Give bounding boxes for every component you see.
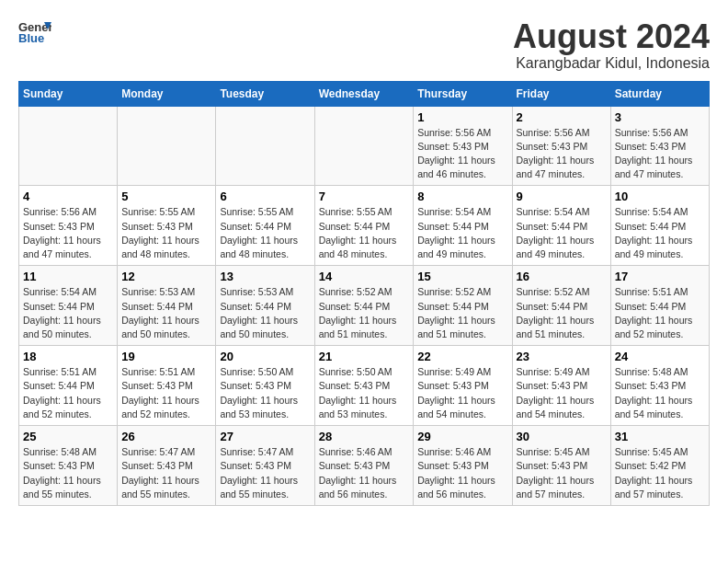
title-block: August 2024 Karangbadar Kidul, Indonesia [513, 18, 710, 72]
day-info: Sunrise: 5:56 AMSunset: 5:43 PMDaylight:… [417, 126, 507, 182]
calendar-cell: 11Sunrise: 5:54 AMSunset: 5:44 PMDayligh… [19, 266, 118, 346]
calendar-cell: 6Sunrise: 5:55 AMSunset: 5:44 PMDaylight… [216, 186, 314, 266]
calendar-cell: 4Sunrise: 5:56 AMSunset: 5:43 PMDaylight… [19, 186, 118, 266]
calendar-cell [216, 106, 314, 186]
day-info: Sunrise: 5:56 AMSunset: 5:43 PMDaylight:… [615, 126, 705, 182]
day-number: 16 [517, 270, 607, 283]
calendar-cell: 17Sunrise: 5:51 AMSunset: 5:44 PMDayligh… [610, 266, 709, 346]
day-number: 29 [417, 430, 507, 443]
calendar-cell: 19Sunrise: 5:51 AMSunset: 5:43 PMDayligh… [118, 346, 216, 426]
calendar-cell: 2Sunrise: 5:56 AMSunset: 5:43 PMDaylight… [512, 106, 610, 186]
calendar-cell: 29Sunrise: 5:46 AMSunset: 5:43 PMDayligh… [414, 426, 512, 506]
weekday-header-thursday: Thursday [414, 81, 512, 106]
day-number: 21 [319, 350, 410, 363]
day-number: 15 [417, 270, 507, 283]
calendar-cell: 18Sunrise: 5:51 AMSunset: 5:44 PMDayligh… [19, 346, 118, 426]
calendar-week-row: 11Sunrise: 5:54 AMSunset: 5:44 PMDayligh… [19, 266, 710, 346]
weekday-header-saturday: Saturday [610, 81, 709, 106]
calendar-table: SundayMondayTuesdayWednesdayThursdayFrid… [18, 81, 710, 506]
day-number: 19 [121, 350, 211, 363]
calendar-cell: 28Sunrise: 5:46 AMSunset: 5:43 PMDayligh… [314, 426, 414, 506]
calendar-cell: 15Sunrise: 5:52 AMSunset: 5:44 PMDayligh… [414, 266, 512, 346]
calendar-cell: 13Sunrise: 5:53 AMSunset: 5:44 PMDayligh… [216, 266, 314, 346]
day-info: Sunrise: 5:46 AMSunset: 5:43 PMDaylight:… [417, 445, 507, 501]
weekday-header-friday: Friday [512, 81, 610, 106]
day-info: Sunrise: 5:54 AMSunset: 5:44 PMDaylight:… [23, 285, 113, 341]
day-info: Sunrise: 5:47 AMSunset: 5:43 PMDaylight:… [220, 445, 310, 501]
calendar-body: 1Sunrise: 5:56 AMSunset: 5:43 PMDaylight… [19, 106, 710, 505]
calendar-week-row: 1Sunrise: 5:56 AMSunset: 5:43 PMDaylight… [19, 106, 710, 186]
logo-icon: General Blue [18, 18, 51, 44]
logo: General Blue [18, 18, 51, 44]
calendar-cell [19, 106, 118, 186]
day-number: 4 [23, 190, 113, 203]
calendar-cell: 16Sunrise: 5:52 AMSunset: 5:44 PMDayligh… [512, 266, 610, 346]
day-info: Sunrise: 5:49 AMSunset: 5:43 PMDaylight:… [517, 365, 607, 421]
day-info: Sunrise: 5:56 AMSunset: 5:43 PMDaylight:… [517, 126, 607, 182]
day-info: Sunrise: 5:53 AMSunset: 5:44 PMDaylight:… [121, 285, 211, 341]
calendar-week-row: 4Sunrise: 5:56 AMSunset: 5:43 PMDaylight… [19, 186, 710, 266]
day-info: Sunrise: 5:54 AMSunset: 5:44 PMDaylight:… [615, 205, 705, 261]
day-info: Sunrise: 5:51 AMSunset: 5:44 PMDaylight:… [23, 365, 113, 421]
day-info: Sunrise: 5:50 AMSunset: 5:43 PMDaylight:… [319, 365, 410, 421]
day-info: Sunrise: 5:51 AMSunset: 5:43 PMDaylight:… [121, 365, 211, 421]
calendar-title: August 2024 [513, 18, 710, 55]
calendar-cell: 9Sunrise: 5:54 AMSunset: 5:44 PMDaylight… [512, 186, 610, 266]
day-info: Sunrise: 5:45 AMSunset: 5:43 PMDaylight:… [517, 445, 607, 501]
calendar-week-row: 25Sunrise: 5:48 AMSunset: 5:43 PMDayligh… [19, 426, 710, 506]
page-header: General Blue August 2024 Karangbadar Kid… [18, 18, 710, 72]
day-number: 28 [319, 430, 410, 443]
day-number: 10 [615, 190, 705, 203]
calendar-cell [314, 106, 414, 186]
day-number: 8 [417, 190, 507, 203]
day-number: 26 [121, 430, 211, 443]
day-info: Sunrise: 5:55 AMSunset: 5:43 PMDaylight:… [121, 205, 211, 261]
day-number: 17 [615, 270, 705, 283]
day-info: Sunrise: 5:46 AMSunset: 5:43 PMDaylight:… [319, 445, 410, 501]
calendar-cell: 26Sunrise: 5:47 AMSunset: 5:43 PMDayligh… [118, 426, 216, 506]
day-info: Sunrise: 5:47 AMSunset: 5:43 PMDaylight:… [121, 445, 211, 501]
day-info: Sunrise: 5:52 AMSunset: 5:44 PMDaylight:… [319, 285, 410, 341]
calendar-cell [118, 106, 216, 186]
day-number: 14 [319, 270, 410, 283]
calendar-cell: 10Sunrise: 5:54 AMSunset: 5:44 PMDayligh… [610, 186, 709, 266]
day-number: 2 [517, 110, 607, 124]
calendar-cell: 14Sunrise: 5:52 AMSunset: 5:44 PMDayligh… [314, 266, 414, 346]
svg-text:Blue: Blue [18, 31, 44, 44]
day-number: 3 [615, 110, 705, 124]
calendar-cell: 24Sunrise: 5:48 AMSunset: 5:43 PMDayligh… [610, 346, 709, 426]
calendar-cell: 25Sunrise: 5:48 AMSunset: 5:43 PMDayligh… [19, 426, 118, 506]
day-info: Sunrise: 5:53 AMSunset: 5:44 PMDaylight:… [220, 285, 310, 341]
day-number: 6 [220, 190, 310, 203]
day-info: Sunrise: 5:50 AMSunset: 5:43 PMDaylight:… [220, 365, 310, 421]
day-info: Sunrise: 5:55 AMSunset: 5:44 PMDaylight:… [319, 205, 410, 261]
day-number: 23 [517, 350, 607, 363]
day-number: 20 [220, 350, 310, 363]
day-info: Sunrise: 5:52 AMSunset: 5:44 PMDaylight:… [417, 285, 507, 341]
calendar-cell: 31Sunrise: 5:45 AMSunset: 5:42 PMDayligh… [610, 426, 709, 506]
day-info: Sunrise: 5:48 AMSunset: 5:43 PMDaylight:… [615, 365, 705, 421]
day-info: Sunrise: 5:49 AMSunset: 5:43 PMDaylight:… [417, 365, 507, 421]
calendar-subtitle: Karangbadar Kidul, Indonesia [513, 55, 710, 72]
day-number: 1 [417, 110, 507, 124]
calendar-cell: 1Sunrise: 5:56 AMSunset: 5:43 PMDaylight… [414, 106, 512, 186]
day-number: 27 [220, 430, 310, 443]
day-number: 5 [121, 190, 211, 203]
day-number: 12 [121, 270, 211, 283]
calendar-cell: 12Sunrise: 5:53 AMSunset: 5:44 PMDayligh… [118, 266, 216, 346]
calendar-cell: 23Sunrise: 5:49 AMSunset: 5:43 PMDayligh… [512, 346, 610, 426]
calendar-cell: 7Sunrise: 5:55 AMSunset: 5:44 PMDaylight… [314, 186, 414, 266]
calendar-header: SundayMondayTuesdayWednesdayThursdayFrid… [19, 81, 710, 106]
day-number: 18 [23, 350, 113, 363]
calendar-cell: 20Sunrise: 5:50 AMSunset: 5:43 PMDayligh… [216, 346, 314, 426]
calendar-cell: 27Sunrise: 5:47 AMSunset: 5:43 PMDayligh… [216, 426, 314, 506]
day-number: 13 [220, 270, 310, 283]
day-info: Sunrise: 5:51 AMSunset: 5:44 PMDaylight:… [615, 285, 705, 341]
day-number: 30 [517, 430, 607, 443]
day-info: Sunrise: 5:48 AMSunset: 5:43 PMDaylight:… [23, 445, 113, 501]
weekday-header-monday: Monday [118, 81, 216, 106]
day-info: Sunrise: 5:56 AMSunset: 5:43 PMDaylight:… [23, 205, 113, 261]
day-number: 31 [615, 430, 705, 443]
calendar-week-row: 18Sunrise: 5:51 AMSunset: 5:44 PMDayligh… [19, 346, 710, 426]
weekday-header-wednesday: Wednesday [314, 81, 414, 106]
